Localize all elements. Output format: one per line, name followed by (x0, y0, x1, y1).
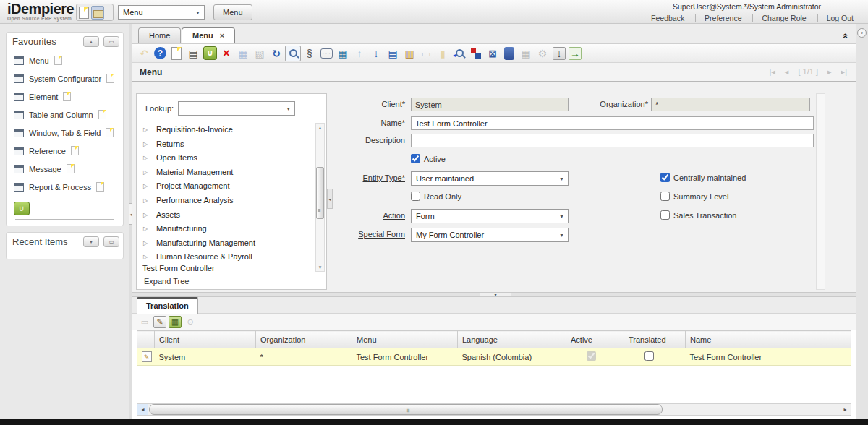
expand-arrow-icon[interactable]: ▷ (143, 194, 148, 208)
new-record-shortcut-icon[interactable] (106, 74, 114, 83)
favourite-item-report-process[interactable]: Report & Process (7, 178, 123, 196)
request-icon[interactable]: ⊠ (485, 46, 501, 61)
entity-type-label[interactable]: Entity Type* (340, 173, 405, 182)
tree-node-material-management[interactable]: ▷Material Management (137, 166, 315, 180)
tree-node-project-management[interactable]: ▷Project Management (137, 179, 315, 194)
scroll-down-icon[interactable]: ▾ (316, 263, 324, 271)
read-only-checkbox[interactable] (411, 192, 420, 201)
archive-viewer-icon[interactable]: ▦ (518, 46, 534, 61)
organization-label[interactable]: Organization* (579, 100, 648, 108)
toolbar-collapse-icon[interactable]: « (841, 33, 851, 38)
expand-arrow-icon[interactable]: ▷ (143, 137, 148, 152)
new-record-icon[interactable] (169, 46, 184, 61)
lock-icon[interactable]: ▮ (435, 46, 451, 61)
edit-record-icon[interactable]: ✎ (153, 316, 166, 328)
row-edit-icon[interactable]: ✎ (142, 351, 152, 362)
form-scrollbar[interactable] (816, 93, 825, 290)
idempiere-logo[interactable]: iDempiere Open Source ERP System (7, 2, 74, 21)
tree-scrollbar[interactable]: ▴ ≡ ▾ (315, 123, 325, 272)
tab-translation[interactable]: Translation (137, 297, 198, 314)
organization-field[interactable] (651, 98, 810, 111)
tree-node-requisition-to-invoice[interactable]: ▷Requisition-to-Invoice (137, 123, 315, 137)
new-record-shortcut-icon[interactable] (98, 110, 106, 119)
change-role-link[interactable]: Change Role (752, 14, 814, 22)
tree-node-manufacturing[interactable]: ▷Manufacturing (137, 222, 315, 236)
entity-type-select[interactable]: User maintained (411, 171, 569, 186)
recent-items-maximize-icon[interactable]: ▭ (103, 236, 119, 247)
chat-icon[interactable]: ··· (320, 48, 333, 59)
special-form-label[interactable]: Special Form (340, 230, 405, 239)
expand-arrow-icon[interactable]: ▷ (143, 236, 148, 251)
favourite-item-element[interactable]: Element (7, 87, 123, 106)
summary-level-checkbox[interactable] (660, 192, 670, 201)
tree-node-returns[interactable]: ▷Returns (137, 137, 315, 152)
attachment-icon[interactable]: § (302, 46, 318, 61)
tree-node-test-form-controller[interactable]: Test Form Controller (142, 262, 215, 275)
workflow-icon[interactable] (468, 46, 484, 61)
tree-node-performance-analysis[interactable]: ▷Performance Analysis (137, 194, 315, 208)
next-record-icon[interactable]: ▸ (827, 67, 832, 76)
sales-transaction-checkbox[interactable] (660, 210, 670, 220)
favourite-item-reference[interactable]: Reference (7, 142, 123, 160)
translation-row[interactable]: ✎ System * Test Form Controller Spanish … (137, 348, 851, 366)
open-folder-icon[interactable] (91, 6, 104, 20)
delete-favourite-bin-icon[interactable]: ∪ (14, 202, 30, 215)
favourite-item-message[interactable]: Message (7, 160, 123, 178)
tree-node-assets[interactable]: ▷Assets (137, 208, 315, 223)
favourites-collapse-icon[interactable]: ▴ (83, 36, 99, 47)
col-client[interactable]: Client (155, 331, 256, 348)
active-checkbox[interactable] (411, 154, 420, 163)
col-organization[interactable]: Organization (256, 331, 352, 348)
undo-icon[interactable]: ↶ (136, 46, 152, 61)
save-and-create-icon[interactable]: ▧ (252, 46, 268, 61)
last-record-icon[interactable]: ▸| (841, 67, 847, 76)
header-menu-select[interactable]: Menu (118, 5, 205, 20)
expand-arrow-icon[interactable]: ▷ (143, 222, 148, 236)
preference-link[interactable]: Preference (695, 14, 750, 22)
centrally-maintained-checkbox[interactable] (660, 173, 670, 182)
parent-record-icon[interactable]: ↑ (352, 46, 367, 61)
logout-link[interactable]: Log Out (817, 14, 862, 22)
refresh-icon[interactable]: ↻ (268, 46, 284, 61)
favourite-item-window-tab-field[interactable]: Window, Tab & Field (7, 124, 123, 142)
feedback-link[interactable]: Feedback (642, 14, 693, 22)
new-record-shortcut-icon[interactable] (54, 56, 62, 65)
zoom-across-icon[interactable]: ◂ (451, 46, 467, 61)
tree-node-manufacturing-management[interactable]: ▷Manufacturing Management (137, 236, 315, 251)
special-form-select[interactable]: My Form Controller (411, 228, 569, 242)
expand-arrow-icon[interactable]: ▷ (143, 179, 148, 194)
save-icon[interactable]: ▦ (235, 46, 251, 61)
scroll-right-icon[interactable]: ▸ (840, 404, 851, 415)
save-detail-icon[interactable]: ▦ (169, 316, 182, 328)
expand-arrow-icon[interactable]: ▷ (143, 166, 148, 180)
find-icon[interactable] (285, 46, 301, 61)
col-menu[interactable]: Menu (352, 331, 458, 348)
col-language[interactable]: Language (458, 331, 566, 348)
favourite-item-system-configurator[interactable]: System Configurator (7, 69, 123, 87)
tree-scrollbar-thumb[interactable]: ≡ (316, 167, 324, 219)
name-field[interactable] (411, 116, 814, 130)
cell-translated-checkbox[interactable] (644, 351, 654, 361)
col-translated[interactable]: Translated (624, 331, 686, 348)
scroll-up-icon[interactable]: ▴ (316, 124, 324, 132)
archive-icon[interactable]: ▥ (401, 46, 417, 61)
tree-collapse-handle[interactable]: ◂ (327, 189, 333, 209)
tab-close-icon[interactable]: × (220, 31, 224, 40)
horizontal-scrollbar[interactable]: ◂ ≡ ▸ (137, 403, 851, 416)
expand-arrow-icon[interactable]: ▷ (143, 208, 148, 223)
tab-menu[interactable]: Menu× (182, 27, 235, 43)
tab-home[interactable]: Home (138, 27, 181, 43)
process-icon[interactable]: ⚙ (535, 46, 550, 61)
lookup-combobox[interactable] (178, 101, 295, 116)
col-name[interactable]: Name (686, 331, 851, 348)
client-field[interactable] (411, 98, 569, 111)
print-icon[interactable]: ▭ (418, 46, 434, 61)
expand-tree-link[interactable]: Expand Tree (144, 277, 189, 286)
new-record-shortcut-icon[interactable] (106, 128, 114, 137)
detail-record-icon[interactable]: ↓ (368, 46, 384, 61)
expand-arrow-icon[interactable]: ▷ (143, 151, 148, 166)
new-record-shortcut-icon[interactable] (67, 164, 75, 173)
new-record-shortcut-icon[interactable] (71, 146, 79, 155)
client-label[interactable]: Client* (340, 100, 405, 108)
hscroll-thumb[interactable]: ≡ (149, 404, 663, 415)
